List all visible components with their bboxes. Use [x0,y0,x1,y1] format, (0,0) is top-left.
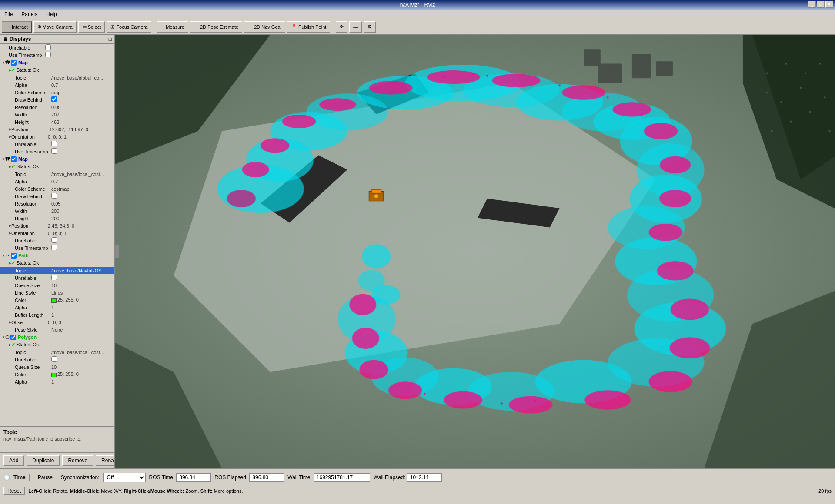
map1-unreliable-check[interactable] [51,141,57,146]
map1-color-scheme: Color Scheme map [0,89,114,96]
map2-enabled-check[interactable] [11,156,17,162]
map2-timestamp-check[interactable] [51,245,57,250]
svg-point-56 [444,391,482,409]
menu-panels[interactable]: Panels [19,10,40,18]
reset-button[interactable]: Reset [3,487,25,495]
sync-select[interactable]: Off Exact Approximate [103,473,146,482]
minimize-button[interactable]: _ [808,1,816,8]
map1-position: ▶ Position -12.602; -11.897; 0 [0,126,114,133]
path-header[interactable]: ▼ 〰 Path [0,252,114,259]
svg-point-55 [509,396,552,414]
map1-timestamp-check[interactable] [51,148,57,154]
svg-point-90 [805,72,806,74]
svg-point-40 [319,98,356,111]
pause-button[interactable]: Pause [33,473,57,482]
displays-content[interactable]: Unreliable Use Timestamp ▼ 🗺 Map [0,44,114,426]
duplicate-button[interactable]: Duplicate [27,455,60,466]
svg-point-65 [607,96,608,98]
publish-point-label: Publish Point [298,24,326,30]
svg-point-67 [534,400,536,402]
map2-unreliable: Unreliable [0,237,114,244]
map2-unreliable-check[interactable] [51,237,57,243]
rename-button[interactable]: Rename [96,455,115,466]
map1-enabled-check[interactable] [11,60,17,66]
path-line-style: Line Style Lines [0,289,114,296]
path-color-swatch[interactable] [51,298,57,303]
map2-header[interactable]: ▼ 🗺 Map [0,155,114,163]
map2-color-scheme: Color Scheme costmap [0,185,114,192]
close-button[interactable]: ✕ [825,1,833,8]
map1-width: Width 707 [0,111,114,118]
svg-point-85 [828,130,830,132]
time-panel: 🕐 Time Pause Synchronization: Off Exact … [0,468,835,486]
select-button[interactable]: ▭ Select [78,21,105,33]
maximize-button[interactable]: □ [817,1,825,8]
gear-icon: ⚙ [367,24,372,30]
pose-estimate-label: 2D Pose Estimate [200,24,238,30]
focus-camera-button[interactable]: ◎ Focus Camera [107,21,151,33]
nav-goal-label: 2D Nav Goal [254,24,281,30]
svg-point-46 [644,123,678,139]
svg-point-84 [771,130,772,132]
svg-point-61 [443,76,444,78]
remove-button[interactable]: Remove [62,455,93,466]
add-button[interactable]: Add [3,455,24,466]
map1-status: ▶ ✓ Status: Ok [0,66,114,74]
menu-file[interactable]: File [2,10,15,18]
map1-collapse-icon[interactable]: ▼ [2,61,5,65]
path-topic[interactable]: Topic /move_base/NavfnROS... [0,267,114,274]
menu-help[interactable]: Help [43,10,60,18]
move-camera-button[interactable]: ⊕ Move Camera [33,21,77,33]
path-unreliable-check[interactable] [51,275,57,280]
ros-time-label: ROS Time: [149,474,175,481]
map1-header[interactable]: ▼ 🗺 Map [0,59,114,66]
svg-point-58 [359,360,388,379]
path-offset: ▶ Offset 0; 0; 0 [0,318,114,326]
wall-elapsed-field: Wall Elapsed: 1012.11 [374,473,442,482]
map2-height-row: Height 200 [0,215,114,222]
polygon-color-swatch[interactable] [51,373,57,377]
map1-draw-behind-check[interactable] [51,96,57,102]
wall-elapsed-label: Wall Elapsed: [374,474,405,481]
polygon-collapse-icon[interactable]: ▼ [2,335,5,339]
map2-collapse-icon[interactable]: ▼ [2,157,5,161]
pose-estimate-button[interactable]: → 2D Pose Estimate [190,21,242,33]
path-pose-style: Pose Style None [0,326,114,333]
ros-elapsed-label: ROS Elapsed: [214,474,247,481]
displays-collapse-icon[interactable]: □ [109,36,112,42]
map1-label: Map [18,60,28,65]
plus-icon: ✛ [340,24,344,30]
path-enabled-check[interactable] [11,253,17,259]
svg-point-53 [649,371,692,392]
polygon-header[interactable]: ▼ ⬡ Polygon [0,333,114,341]
measure-label: Measure [166,24,184,30]
extra-btn-3[interactable]: ⚙ [364,21,376,33]
polygon-status: ▶ ✓ Status: Ok [0,341,114,348]
use-timestamp-top-check[interactable] [45,52,51,57]
map1-orientation: ▶ Orientation 0; 0; 0; 1 [0,133,114,140]
panel-resize-handle[interactable] [115,245,119,258]
path-collapse-icon[interactable]: ▼ [2,254,5,258]
polygon-enabled-check[interactable] [10,335,16,340]
svg-point-72 [374,194,378,198]
displays-header: 🖥 Displays □ [0,35,114,44]
polygon-unreliable-check[interactable] [51,356,57,362]
svg-point-39 [282,115,316,128]
focus-camera-icon: ◎ [110,24,115,30]
svg-point-59 [352,328,379,349]
extra-btn-1[interactable]: ✛ [336,21,347,33]
svg-rect-73 [598,64,622,83]
nav-goal-button[interactable]: → 2D Nav Goal [244,21,285,33]
svg-point-69 [424,393,425,395]
publish-point-button[interactable]: 📍 Publish Point [287,21,330,33]
3d-viewport[interactable] [115,35,835,468]
unreliable-top-check[interactable] [45,44,51,50]
path-status: ▶ ✓ Status: Ok [0,259,114,267]
wall-elapsed-value: 1012.11 [407,473,442,482]
titlebar-controls[interactable]: _ □ ✕ [808,1,833,8]
map2-topic: Topic /move_base/local_cost... [0,170,114,178]
interact-button[interactable]: ↔ Interact [2,21,32,33]
map2-draw-behind-check[interactable] [51,193,57,199]
measure-button[interactable]: ─ Measure [157,21,188,33]
extra-btn-2[interactable]: — [349,21,362,33]
